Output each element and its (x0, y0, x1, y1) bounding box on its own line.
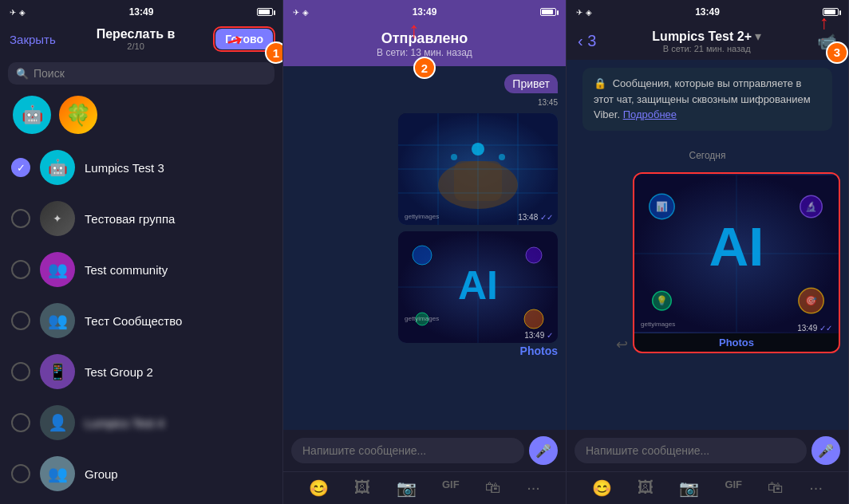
contact-checkbox-7[interactable] (11, 464, 30, 483)
status-left-2 (293, 7, 309, 17)
contact-list: 🤖 Lumpics Test 3 ✦ Тестовая группа 👥 Tes… (0, 142, 282, 504)
chat-body-2: Привет 13:45 ↩ (283, 66, 566, 430)
toolbar-3: 😊 🖼 📷 GIF 🛍 ··· (567, 471, 848, 504)
back-button[interactable]: ‹ 3 (578, 32, 596, 50)
ai-svg: AI (398, 231, 558, 343)
contact-checkbox-3[interactable] (11, 260, 30, 279)
greeting-bubble: Привет 13:45 (291, 74, 558, 107)
contact-avatar-5: 📱 (40, 354, 75, 389)
svg-point-12 (451, 154, 457, 160)
close-button[interactable]: Закрыть (10, 33, 56, 46)
panel3-chat: 🔒 Сообщения, которые вы отправляете в эт… (567, 60, 848, 430)
lumpics-panel: 13:49 ‹ 3 Lumpics Test 2+ ▾ В сети: 21 м… (567, 0, 849, 504)
time-1: 13:49 (129, 6, 154, 18)
sent-title: Отправлено (381, 30, 468, 46)
svg-point-15 (413, 246, 432, 265)
p3-photos-label: Photos (634, 333, 839, 352)
battery-icon-2 (540, 8, 556, 16)
gif-icon-2[interactable]: GIF (442, 478, 460, 498)
recent-avatar-1[interactable]: 🤖 (13, 96, 51, 134)
dropdown-icon[interactable]: ▾ (755, 29, 761, 44)
contact-item-testcommunity[interactable]: 👥 Test community (0, 244, 282, 295)
image2-time: 13:49 ✓ (524, 331, 553, 340)
encryption-notice: 🔒 Сообщения, которые вы отправляете в эт… (582, 68, 832, 131)
forward-icon-3: ↩ (616, 336, 628, 353)
search-input[interactable] (34, 67, 267, 80)
contact-name-1: Lumpics Test 3 (85, 161, 164, 175)
image1-time: 13:48 ✓✓ (518, 213, 553, 222)
contact-item-lumpics3[interactable]: 🤖 Lumpics Test 3 (0, 142, 282, 193)
double-check-2: ✓ (547, 331, 553, 340)
contact-avatar-3: 👥 (40, 252, 75, 287)
mic-button-2[interactable]: 🎤 (529, 436, 558, 465)
getty-badge-2: gettyimages (405, 315, 439, 322)
step-badge-3: 3 (826, 41, 848, 64)
svg-point-10 (472, 143, 484, 156)
wifi-icon-3 (586, 7, 592, 17)
message-input-3[interactable] (575, 438, 807, 463)
more-icon-3[interactable]: ··· (809, 478, 823, 498)
contact-name-2: Тестовая группа (85, 212, 175, 226)
status-left-3 (576, 7, 592, 17)
red-arrow-2: ↑ (409, 19, 420, 41)
search-bar: 🔍 (8, 62, 274, 85)
status-bar-3: 13:49 (567, 0, 848, 22)
contact-checkbox-5[interactable] (11, 362, 30, 381)
greeting-time: 13:45 (538, 98, 558, 107)
camera-icon-2[interactable]: 📷 (397, 478, 417, 498)
svg-text:📊: 📊 (656, 200, 668, 211)
time-3: 13:49 (695, 6, 720, 18)
battery-fill-1 (259, 10, 270, 14)
search-icon: 🔍 (16, 68, 29, 80)
contact-item-testsообщество[interactable]: 👥 Тест Сообщество (0, 295, 282, 346)
photo-icon-3[interactable]: 🖼 (638, 478, 654, 498)
message-input-bar-2: 🎤 (283, 430, 566, 471)
contact-checkbox-1[interactable] (11, 158, 30, 177)
encryption-link[interactable]: Подробнее (623, 108, 677, 120)
header-actions-3: 📹 3 ↑ (817, 32, 837, 51)
image2-inner: AI 13:49 ✓ (398, 231, 558, 357)
getty-badge-3: gettyimages (641, 321, 675, 328)
svg-point-18 (524, 309, 543, 329)
svg-point-11 (499, 154, 505, 160)
message-input-2[interactable] (291, 438, 524, 463)
contact-checkbox-2[interactable] (11, 209, 30, 228)
camera-icon-3[interactable]: 📷 (679, 478, 699, 498)
battery-icon-1 (257, 8, 273, 16)
tech-hands-svg (398, 113, 558, 225)
time-2: 13:49 (413, 6, 437, 18)
image2-wrap: ↩ AI (291, 231, 558, 357)
p3-image-container: ↩ AI (575, 172, 840, 353)
contact-checkbox-4[interactable] (11, 311, 30, 330)
recent-avatar-2[interactable]: 🍀 (59, 96, 97, 134)
p3-image-time: 13:49 ✓✓ (797, 324, 832, 333)
status-bar-2: 13:49 (283, 0, 566, 22)
gif-icon-3[interactable]: GIF (725, 478, 742, 498)
double-check-1: ✓✓ (540, 213, 553, 222)
greeting-text: Привет (504, 74, 558, 93)
bag-icon-3[interactable]: 🛍 (768, 478, 784, 498)
emoji-icon-3[interactable]: 😊 (592, 478, 612, 498)
emoji-icon-2[interactable]: 😊 (309, 478, 329, 498)
status-right-1 (257, 8, 273, 16)
sent-banner: Отправлено 2 ↑ В сети: 13 мин. назад (283, 22, 566, 66)
tech-image-bg (398, 113, 558, 225)
arrow-3: ↑ (819, 13, 829, 32)
chat-image-1: 13:48 ✓✓ gettyimages (398, 113, 558, 225)
lumpics-info: Lumpics Test 2+ ▾ В сети: 21 мин. назад (604, 29, 809, 53)
contact-item-testgroup[interactable]: ✦ Тестовая группа (0, 193, 282, 244)
status-left-1 (10, 7, 26, 17)
lumpics-title: Lumpics Test 2+ ▾ (604, 29, 809, 44)
photos-label-2: Photos (520, 345, 558, 357)
more-icon-2[interactable]: ··· (527, 478, 540, 498)
double-check-3: ✓✓ (819, 324, 832, 333)
mic-button-3[interactable]: 🎤 (811, 436, 840, 465)
bag-icon-2[interactable]: 🛍 (485, 478, 501, 498)
contact-item-blurred[interactable]: 👤 Lumpics Test 4 (0, 397, 282, 448)
photo-icon-2[interactable]: 🖼 (354, 478, 370, 498)
lumpics-title-text: Lumpics Test 2+ (652, 30, 752, 44)
contact-item-testgroup2[interactable]: 📱 Test Group 2 (0, 346, 282, 397)
ai-image-bg: AI (398, 231, 558, 343)
contact-checkbox-6[interactable] (11, 413, 30, 432)
contact-item-group[interactable]: 👥 Group (0, 448, 282, 499)
